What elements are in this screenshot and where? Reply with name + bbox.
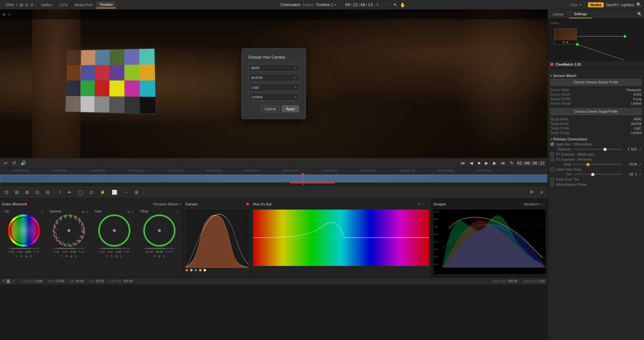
fc-exposure-middle-grey-checkbox[interactable] (550, 152, 554, 156)
dialog-option-logc[interactable]: LogC ▾ (248, 83, 299, 91)
temp-slider[interactable] (573, 164, 622, 165)
layout-icon1[interactable]: ▦ (20, 3, 23, 7)
offset-reset-icon[interactable]: ↺ (176, 210, 179, 214)
huesat-more-icon[interactable]: ··· (426, 202, 429, 206)
hand-icon[interactable]: ✋ (400, 2, 405, 7)
go-end-btn[interactable]: ⏭ (500, 160, 507, 166)
offset-scrollbar[interactable] (144, 248, 175, 249)
tab-gallery[interactable]: Gallery (38, 2, 56, 8)
white-balance-picker-checkbox[interactable] (550, 183, 554, 186)
crop-icon[interactable]: ⊡ (33, 189, 41, 196)
exposure-reset-icon[interactable]: ↺ (639, 148, 641, 151)
picker-icon[interactable]: ✒ (66, 189, 73, 196)
shape-icon[interactable]: ◯ (76, 189, 85, 196)
huesat-settings-icon[interactable]: ⚙ (418, 202, 421, 206)
openfx-label[interactable]: OpenFX (606, 3, 619, 7)
offset-labels: R G B (154, 255, 165, 258)
dialog-option-limited[interactable]: Limited ▾ (248, 93, 299, 101)
dialog-option-arri[interactable]: ARRI ▾ (248, 64, 299, 72)
playback-icon1[interactable]: ↩ (3, 160, 9, 166)
color-panel: Color Wheels Primaries Wheels ▾ Lift ↺ (0, 199, 547, 278)
ripple-icon[interactable]: ↔ (122, 189, 130, 196)
rpanel-search-icon[interactable]: 🔍 (637, 12, 642, 16)
curves-canvas[interactable] (185, 210, 249, 268)
lift-scrollbar[interactable] (8, 248, 39, 249)
false-color-tint-checkbox[interactable] (550, 177, 554, 181)
gain-wheel[interactable] (98, 214, 130, 247)
lightbox-label[interactable]: Lightbox (621, 3, 634, 7)
settings-icon[interactable]: ⚙ (30, 3, 34, 7)
circle-icon[interactable]: ⊙ (23, 189, 31, 196)
dialog-option-alexa[interactable]: ALEXA ▾ (248, 74, 299, 81)
huesat-expand-icon[interactable]: ⤢ (422, 202, 425, 206)
rpanel-tab-library[interactable]: Library (548, 10, 569, 18)
offset-wheel[interactable] (143, 214, 175, 247)
right-content: Sensor Match Choose Camera Source Profil… (548, 69, 644, 340)
scopes-expand-icon[interactable]: ⤢ (543, 202, 545, 206)
false-color-temp-checkbox[interactable] (550, 167, 554, 171)
playback-icon2[interactable]: ↺ (11, 160, 17, 166)
fc-exposure-skintones-checkbox[interactable] (550, 157, 554, 161)
dialog-cancel-button[interactable]: Cancel (260, 105, 280, 112)
tint-slider[interactable] (573, 174, 622, 175)
timecode-icon3[interactable]: ··· (388, 3, 391, 7)
target-profile-button[interactable]: Choose Camera Target Profile (550, 108, 641, 115)
audio-icon[interactable]: 🔊 (19, 160, 27, 166)
gamma-scrollbar[interactable] (53, 248, 84, 249)
tab-luts[interactable]: LUTs (56, 2, 71, 8)
step-fwd-btn[interactable]: ▶ (492, 160, 498, 166)
gamma-labels: Y R G B (61, 255, 77, 258)
timeline-dropdown-icon[interactable]: ▾ (335, 3, 336, 6)
gamma-reset-icon[interactable]: ↺ (86, 210, 88, 214)
timecode-icon2[interactable]: ⛶ (381, 3, 385, 7)
track-1[interactable]: 1 (6, 279, 11, 283)
play-btn[interactable]: ▶ (484, 160, 490, 166)
step-back-btn[interactable]: ◀ (468, 160, 474, 166)
dialog-apply-button[interactable]: Apply (282, 105, 299, 112)
scopes-mode[interactable]: Waveform (524, 203, 538, 206)
node-icon[interactable]: ⊡ (3, 189, 10, 196)
primary-corrections-title: Primary Corrections (553, 137, 587, 141)
gamma-wheel[interactable] (53, 214, 85, 247)
go-start-btn[interactable]: ⏮ (459, 160, 466, 166)
timecode-icon1[interactable]: ↺ (375, 3, 379, 7)
cursor-icon[interactable]: ↖ (393, 2, 397, 7)
exposure-slider[interactable] (573, 149, 622, 150)
clips-dropdown[interactable]: ▾ (580, 3, 581, 6)
bars-icon[interactable]: ≡ (538, 189, 545, 196)
track-2[interactable]: 2 (12, 279, 16, 283)
lift-reset-icon[interactable]: ↺ (41, 210, 43, 214)
gain-icon1[interactable]: ✤ (127, 210, 130, 214)
magic-icon[interactable]: ⊟ (44, 189, 52, 196)
lift-wheel[interactable] (8, 214, 40, 247)
gain-scrollbar[interactable] (99, 248, 130, 249)
source-profile-button[interactable]: Choose Camera Source Profile (550, 79, 641, 86)
stills-icon[interactable]: ⬜ (110, 189, 119, 196)
vignette-icon[interactable]: ⊙ (88, 189, 95, 196)
apply-rec709-checkbox[interactable] (550, 142, 554, 146)
timeline-track[interactable] (0, 173, 547, 184)
grid-icon[interactable]: ⊞ (13, 189, 21, 196)
fx-icon[interactable]: ⚡ (98, 189, 107, 196)
search-icon[interactable]: 🔍 (636, 2, 641, 7)
primaries-label[interactable]: Primaries Wheels (153, 203, 178, 206)
tab-media-pool[interactable]: Media Pool (71, 2, 96, 8)
gain-reset-icon[interactable]: ↺ (131, 210, 134, 214)
nodes-btn[interactable]: Nodes (588, 2, 604, 7)
rpanel-tab-settings[interactable]: Settings (569, 10, 592, 18)
layout-icon2[interactable]: ⊞ (25, 3, 28, 7)
curve-icon[interactable]: ⌇ (57, 189, 63, 196)
huesat-display[interactable] (253, 210, 429, 266)
primaries-arrow[interactable]: ▾ (180, 203, 181, 206)
timeline-clip[interactable] (0, 175, 547, 182)
loop-btn[interactable]: ↻ (509, 160, 515, 166)
eye-icon[interactable]: 👁 (527, 189, 536, 196)
node-box-01[interactable]: 01 ◈ (554, 28, 577, 44)
copy-icon[interactable]: ⊞ (133, 189, 140, 196)
tint-reset-icon[interactable]: ↺ (639, 173, 641, 176)
stop-btn[interactable]: ■ (476, 160, 481, 166)
gamma-icon1[interactable]: ✤ (82, 210, 84, 214)
temp-reset-icon[interactable]: ↺ (639, 163, 641, 166)
scopes-arrow[interactable]: ▾ (540, 203, 541, 206)
tab-timeline[interactable]: Timeline (96, 1, 116, 8)
